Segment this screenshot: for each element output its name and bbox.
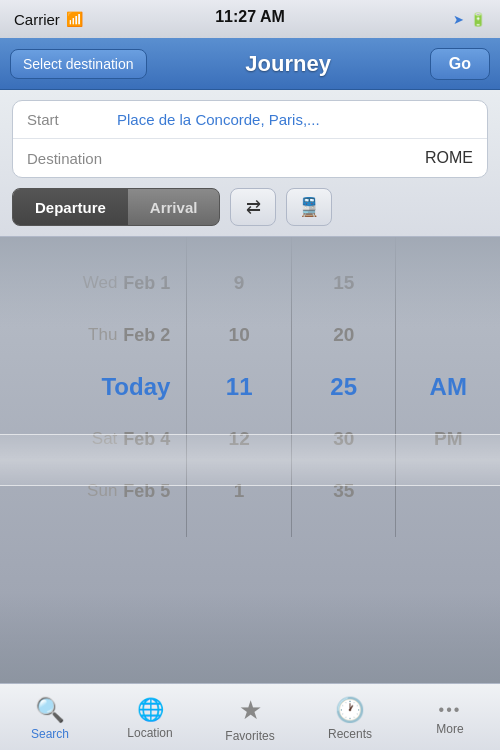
route-card: Start Place de la Concorde, Paris,... De…	[12, 100, 488, 178]
swap-icon: ⇄	[246, 196, 261, 218]
train-button[interactable]: 🚆	[286, 188, 332, 226]
hour-9: 9	[187, 257, 291, 309]
tab-search[interactable]: 🔍 Search	[0, 684, 100, 750]
location-icon: 🌐	[137, 697, 164, 723]
status-icons: ➤ 🔋	[453, 12, 486, 27]
date-item-sun: Sun Feb 5	[0, 465, 186, 517]
destination-value: ROME	[117, 149, 473, 167]
controls-row: Departure Arrival ⇄ 🚆	[12, 188, 488, 226]
hour-11: 11	[187, 361, 291, 413]
date-sun: Feb 5	[123, 481, 170, 502]
hour-column[interactable]: 9 10 11 12 1	[187, 237, 292, 537]
destination-row[interactable]: Destination ROME	[13, 139, 487, 177]
go-button[interactable]: Go	[430, 48, 490, 80]
picker-section[interactable]: Wed Feb 1 Thu Feb 2 Today Sat Feb 4 Sun …	[0, 237, 500, 683]
date-item-sat: Sat Feb 4	[0, 413, 186, 465]
picker-fade-bottom	[0, 593, 500, 683]
date-thu: Feb 2	[123, 325, 170, 346]
date-item-today: Today	[0, 361, 186, 413]
ampm-column[interactable]: AM PM	[396, 237, 500, 537]
status-carrier: Carrier 📶	[14, 11, 83, 28]
destination-label: Destination	[27, 150, 117, 167]
hour-12: 12	[187, 413, 291, 465]
min-20: 20	[292, 309, 396, 361]
carrier-label: Carrier	[14, 11, 60, 28]
min-15: 15	[292, 257, 396, 309]
start-value: Place de la Concorde, Paris,...	[117, 111, 473, 128]
date-sat: Feb 4	[123, 429, 170, 450]
ampm-pm: PM	[396, 413, 500, 465]
tab-more-label: More	[436, 722, 463, 736]
start-label: Start	[27, 111, 117, 128]
favorites-icon: ★	[239, 695, 262, 726]
tab-bar: 🔍 Search 🌐 Location ★ Favorites 🕐 Recent…	[0, 683, 500, 750]
search-icon: 🔍	[35, 696, 65, 724]
day-thu: Thu	[88, 325, 117, 345]
start-row[interactable]: Start Place de la Concorde, Paris,...	[13, 101, 487, 139]
tab-location[interactable]: 🌐 Location	[100, 684, 200, 750]
minute-column[interactable]: 15 20 25 30 35	[292, 237, 397, 537]
hour-10: 10	[187, 309, 291, 361]
swap-button[interactable]: ⇄	[230, 188, 276, 226]
tab-favorites[interactable]: ★ Favorites	[200, 684, 300, 750]
tab-search-label: Search	[31, 727, 69, 741]
status-bar: Carrier 📶 11:27 AM ➤ 🔋	[0, 0, 500, 38]
train-icon: 🚆	[298, 196, 320, 218]
battery-icon: 🔋	[470, 12, 486, 27]
day-sat: Sat	[92, 429, 118, 449]
date-item-thu: Thu Feb 2	[0, 309, 186, 361]
recents-icon: 🕐	[335, 696, 365, 724]
min-25: 25	[292, 361, 396, 413]
min-35: 35	[292, 465, 396, 517]
more-icon: •••	[439, 701, 462, 719]
date-item-wed: Wed Feb 1	[0, 257, 186, 309]
tab-more[interactable]: ••• More	[400, 684, 500, 750]
nav-bar: Select destination Journey Go	[0, 38, 500, 90]
min-30: 30	[292, 413, 396, 465]
nav-title: Journey	[245, 51, 331, 77]
tab-favorites-label: Favorites	[225, 729, 274, 743]
form-section: Start Place de la Concorde, Paris,... De…	[0, 90, 500, 237]
date-today: Today	[101, 373, 170, 401]
departure-arrival-toggle: Departure Arrival	[12, 188, 220, 226]
ampm-am: AM	[396, 361, 500, 413]
date-wed: Feb 1	[123, 273, 170, 294]
date-column[interactable]: Wed Feb 1 Thu Feb 2 Today Sat Feb 4 Sun …	[0, 237, 187, 537]
select-destination-button[interactable]: Select destination	[10, 49, 147, 79]
location-arrow-icon: ➤	[453, 12, 464, 27]
day-wed: Wed	[83, 273, 118, 293]
hour-1: 1	[187, 465, 291, 517]
ampm-empty-1	[396, 257, 500, 309]
tab-recents[interactable]: 🕐 Recents	[300, 684, 400, 750]
departure-button[interactable]: Departure	[13, 189, 128, 225]
picker-container: Wed Feb 1 Thu Feb 2 Today Sat Feb 4 Sun …	[0, 237, 500, 537]
tab-location-label: Location	[127, 726, 172, 740]
tab-recents-label: Recents	[328, 727, 372, 741]
ampm-empty-2	[396, 309, 500, 361]
arrival-button[interactable]: Arrival	[128, 189, 220, 225]
day-sun: Sun	[87, 481, 117, 501]
status-time: 11:27 AM	[215, 8, 285, 26]
wifi-icon: 📶	[66, 11, 83, 27]
ampm-empty-3	[396, 465, 500, 517]
